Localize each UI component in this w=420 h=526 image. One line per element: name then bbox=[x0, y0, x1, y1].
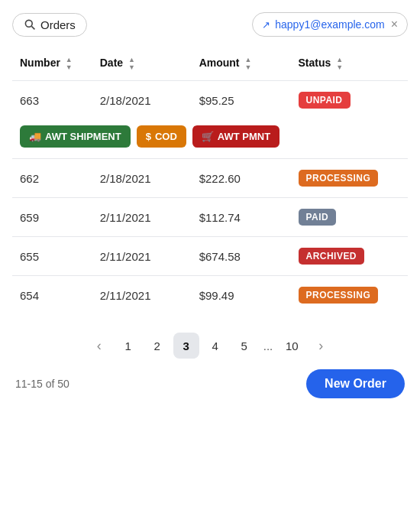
sort-icons-date: ▲▼ bbox=[128, 57, 135, 71]
col-header-number[interactable]: Number ▲▼ bbox=[12, 50, 92, 81]
action-btn-awt-shipment[interactable]: 🚚AWT SHIPMENT bbox=[20, 125, 131, 148]
action-btn-awt-pmnt[interactable]: 🛒AWT PMNT bbox=[192, 125, 279, 148]
cell-date: 2/11/2021 bbox=[92, 237, 192, 276]
cell-amount: $674.58 bbox=[192, 237, 291, 276]
page-btn-3[interactable]: 3 bbox=[173, 333, 199, 359]
status-badge: ARCHIVED bbox=[299, 248, 365, 265]
email-text: happy1@example.com bbox=[275, 18, 384, 31]
col-header-amount[interactable]: Amount ▲▼ bbox=[192, 50, 291, 81]
new-order-button[interactable]: New Order bbox=[306, 369, 405, 398]
page-btn-4[interactable]: 4 bbox=[202, 333, 228, 359]
action-buttons: 🚚AWT SHIPMENT$COD🛒AWT PMNT bbox=[20, 125, 400, 148]
sort-icons-number: ▲▼ bbox=[66, 57, 73, 71]
table-row[interactable]: 6632/18/2021$95.25UNPAID bbox=[12, 81, 408, 120]
status-badge: PROCESSING bbox=[299, 287, 379, 304]
action-cell: 🚚AWT SHIPMENT$COD🛒AWT PMNT bbox=[12, 119, 408, 159]
cell-number: 659 bbox=[12, 198, 92, 237]
sort-icons-status: ▲▼ bbox=[336, 57, 343, 71]
cell-status: PAID bbox=[291, 198, 409, 237]
action-btn-cod[interactable]: $COD bbox=[137, 125, 186, 148]
prev-page-button[interactable]: ‹ bbox=[86, 333, 112, 359]
cell-number: 663 bbox=[12, 81, 92, 120]
action-btn-label: COD bbox=[155, 131, 177, 142]
next-page-button[interactable]: › bbox=[308, 333, 334, 359]
truck-icon: 🚚 bbox=[29, 131, 41, 142]
action-btn-label: AWT SHIPMENT bbox=[45, 131, 121, 142]
cell-number: 654 bbox=[12, 276, 92, 315]
page-btn-2[interactable]: 2 bbox=[144, 333, 170, 359]
orders-button[interactable]: Orders bbox=[12, 13, 87, 37]
pagination: ‹ 1 2 3 4 5 ... 10 › bbox=[12, 333, 408, 359]
cell-date: 2/11/2021 bbox=[92, 198, 192, 237]
cell-number: 655 bbox=[12, 237, 92, 276]
page-btn-1[interactable]: 1 bbox=[115, 333, 141, 359]
col-header-status[interactable]: Status ▲▼ bbox=[291, 50, 409, 81]
dollar-icon: $ bbox=[146, 131, 151, 142]
action-btn-label: AWT PMNT bbox=[218, 131, 270, 142]
cell-amount: $99.49 bbox=[192, 276, 291, 315]
cell-amount: $95.25 bbox=[192, 81, 291, 120]
cell-date: 2/18/2021 bbox=[92, 159, 192, 198]
link-icon: ↗ bbox=[262, 19, 270, 31]
bottom-bar: 11-15 of 50 New Order bbox=[12, 369, 408, 398]
col-header-date[interactable]: Date ▲▼ bbox=[92, 50, 192, 81]
search-icon bbox=[24, 18, 36, 31]
orders-label: Orders bbox=[40, 18, 76, 31]
status-badge: UNPAID bbox=[299, 92, 351, 109]
table-row[interactable]: 6622/18/2021$222.60PROCESSING bbox=[12, 159, 408, 198]
cell-status: PROCESSING bbox=[291, 159, 409, 198]
table-row[interactable]: 6592/11/2021$112.74PAID bbox=[12, 198, 408, 237]
top-bar: Orders ↗ happy1@example.com × bbox=[12, 12, 408, 37]
cart-icon: 🛒 bbox=[202, 131, 214, 142]
svg-line-1 bbox=[31, 26, 34, 29]
sort-icons-amount: ▲▼ bbox=[244, 57, 251, 71]
cell-amount: $112.74 bbox=[192, 198, 291, 237]
table-header-row: Number ▲▼ Date ▲▼ Amount ▲▼ Status ▲▼ bbox=[12, 50, 408, 81]
cell-number: 662 bbox=[12, 159, 92, 198]
page-btn-5[interactable]: 5 bbox=[231, 333, 257, 359]
table-row[interactable]: 6542/11/2021$99.49PROCESSING bbox=[12, 276, 408, 315]
cell-status: PROCESSING bbox=[291, 276, 409, 315]
close-icon[interactable]: × bbox=[391, 18, 398, 31]
status-badge: PAID bbox=[299, 209, 337, 226]
svg-point-0 bbox=[25, 20, 32, 27]
action-row: 🚚AWT SHIPMENT$COD🛒AWT PMNT bbox=[12, 119, 408, 159]
cell-date: 2/11/2021 bbox=[92, 276, 192, 315]
page-ellipsis: ... bbox=[260, 339, 276, 352]
cell-date: 2/18/2021 bbox=[92, 81, 192, 120]
page-btn-10[interactable]: 10 bbox=[279, 333, 305, 359]
status-badge: PROCESSING bbox=[299, 170, 379, 187]
cell-status: UNPAID bbox=[291, 81, 409, 120]
records-count: 11-15 of 50 bbox=[15, 378, 69, 390]
cell-status: ARCHIVED bbox=[291, 237, 409, 276]
table-row[interactable]: 6552/11/2021$674.58ARCHIVED bbox=[12, 237, 408, 276]
email-pill[interactable]: ↗ happy1@example.com × bbox=[252, 12, 408, 37]
cell-amount: $222.60 bbox=[192, 159, 291, 198]
orders-table: Number ▲▼ Date ▲▼ Amount ▲▼ Status ▲▼ 66… bbox=[12, 50, 408, 314]
